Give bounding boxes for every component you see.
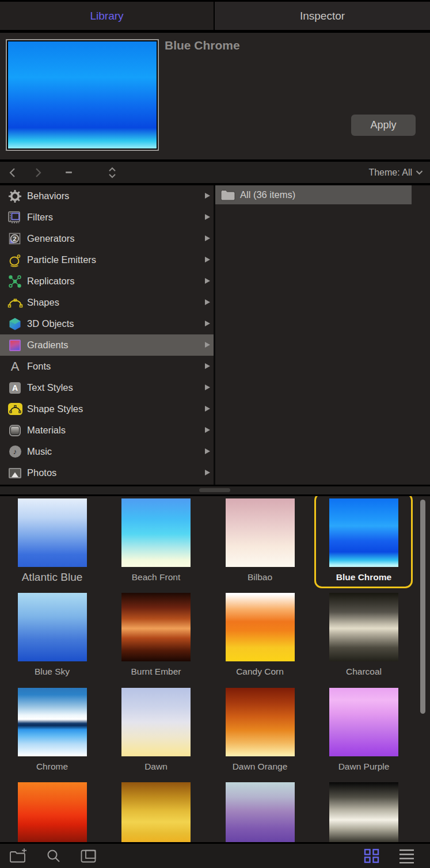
disclosure-triangle-icon[interactable] [205, 406, 210, 412]
disclosure-triangle-icon[interactable] [205, 193, 210, 199]
collection-panel: All (36 items) [215, 185, 430, 485]
list-view-icon[interactable] [399, 844, 414, 868]
sidebar-item-3d-objects[interactable]: 3D Objects [0, 313, 214, 334]
sidebar-item-shape-styles[interactable]: Shape Styles [0, 398, 214, 420]
gradient-label: Dawn Orange [208, 760, 312, 773]
sidebar-item-photos[interactable]: Photos [0, 462, 214, 484]
gradient-label: Burnt Ember [104, 665, 208, 678]
film-strip-icon [7, 211, 23, 224]
letter-a-icon: A [7, 361, 23, 372]
gradient-thumbnail[interactable] [226, 782, 295, 842]
disclosure-triangle-icon[interactable] [205, 321, 210, 326]
gradient-thumbnail[interactable] [18, 498, 87, 567]
tab-inspector[interactable]: Inspector [215, 2, 430, 30]
gradient-swatch-blue-sky[interactable]: Blue Sky [0, 593, 104, 678]
gradient-thumbnail[interactable] [121, 782, 191, 842]
gear-icon [7, 189, 23, 203]
gradient-swatch-beach-front[interactable]: Beach Front [104, 498, 208, 584]
sidebar-item-particle-emitters[interactable]: Particle Emitters [0, 249, 214, 271]
gradient-thumbnail[interactable] [329, 593, 398, 661]
disclosure-triangle-icon[interactable] [205, 384, 210, 390]
gradient-thumbnail[interactable] [121, 688, 191, 756]
gradient-swatch-bilbao[interactable]: Bilbao [208, 498, 312, 584]
gradient-thumbnail[interactable] [226, 593, 295, 661]
sidebar-item-label: Generators [27, 233, 75, 244]
gradient-swatch-unnamed-15[interactable] [312, 782, 416, 842]
sidebar-item-label: 3D Objects [27, 318, 74, 329]
gradient-thumbnail[interactable] [329, 782, 398, 842]
theme-pane-icon[interactable] [81, 844, 96, 868]
letter-a-box-icon: A [7, 382, 23, 394]
sidebar-item-label: Particle Emitters [27, 254, 96, 265]
sidebar-item-behaviors[interactable]: Behaviors [0, 185, 214, 207]
gradient-swatch-dawn[interactable]: Dawn [104, 688, 208, 773]
preview-thumbnail [6, 39, 159, 151]
gradient-thumbnail[interactable] [18, 593, 87, 661]
collection-all-row[interactable]: All (36 items) [215, 185, 412, 204]
sidebar-item-shapes[interactable]: Shapes [0, 292, 214, 313]
sidebar-item-text-styles[interactable]: AText Styles [0, 377, 214, 398]
forward-chevron-icon[interactable] [33, 162, 43, 183]
gradient-thumbnail[interactable] [226, 498, 295, 567]
theme-dropdown[interactable]: Theme: All [368, 162, 423, 183]
gradient-swatch-dawn-orange[interactable]: Dawn Orange [208, 688, 312, 773]
disclosure-triangle-icon[interactable] [205, 427, 210, 433]
gradient-swatch-blue-chrome[interactable]: Blue Chrome [312, 498, 416, 584]
gradient-swatch-dawn-purple[interactable]: Dawn Purple [312, 688, 416, 773]
sidebar-item-filters[interactable]: Filters [0, 207, 214, 228]
chevron-down-icon [416, 170, 423, 175]
disclosure-triangle-icon[interactable] [205, 214, 210, 220]
collection-all-label: All (36 items) [240, 189, 295, 200]
disclosure-triangle-icon[interactable] [205, 363, 210, 369]
back-chevron-icon[interactable] [8, 162, 17, 183]
bottom-toolbar [0, 844, 430, 868]
sidebar-item-label: Text Styles [27, 382, 73, 393]
sidebar-item-replicators[interactable]: Replicators [0, 271, 214, 292]
tab-bar: Library Inspector [0, 0, 430, 33]
disclosure-triangle-icon[interactable] [205, 342, 210, 348]
gradient-swatch-charcoal[interactable]: Charcoal [312, 593, 416, 678]
gradient-label: Atlantic Blue [0, 571, 104, 584]
sidebar-item-fonts[interactable]: AFonts [0, 356, 214, 377]
disclosure-triangle-icon[interactable] [205, 448, 210, 454]
music-note-icon: ♪ [7, 446, 23, 458]
splitter-drag-handle[interactable] [199, 488, 230, 492]
gradient-swatch-burnt-ember[interactable]: Burnt Ember [104, 593, 208, 678]
disclosure-triangle-icon[interactable] [205, 278, 210, 284]
search-icon[interactable] [46, 844, 61, 868]
disclosure-triangle-icon[interactable] [205, 299, 210, 305]
gradient-swatch-unnamed-14[interactable] [208, 782, 312, 842]
stepper-updown-icon[interactable] [108, 162, 116, 183]
disclosure-triangle-icon[interactable] [205, 235, 210, 241]
gradient-thumbnail[interactable] [121, 593, 191, 661]
grid-scrollbar[interactable] [420, 500, 425, 714]
gradient-swatch-atlantic-blue[interactable]: Atlantic Blue [0, 498, 104, 584]
sidebar-item-gradients[interactable]: Gradients [0, 334, 214, 356]
disclosure-triangle-icon[interactable] [205, 257, 210, 262]
dash-icon[interactable] [66, 162, 72, 183]
sidebar-item-label: Shape Styles [27, 403, 83, 414]
gradient-swatch-chrome[interactable]: Chrome [0, 688, 104, 773]
gradient-swatch-unnamed-12[interactable] [0, 782, 104, 842]
grid-view-icon[interactable] [364, 844, 379, 868]
gradient-thumbnail[interactable] [226, 688, 295, 756]
gradient-thumbnail[interactable] [18, 782, 87, 842]
gradient-thumbnail[interactable] [121, 498, 191, 567]
gradient-label: Dawn [104, 760, 208, 773]
sidebar-item-generators[interactable]: 2 Generators [0, 228, 214, 249]
disclosure-triangle-icon[interactable] [205, 470, 210, 475]
apply-button[interactable]: Apply [351, 115, 416, 136]
gradient-swatch-unnamed-13[interactable] [104, 782, 208, 842]
sidebar-item-materials[interactable]: Materials [0, 420, 214, 441]
sidebar-item-music[interactable]: ♪Music [0, 441, 214, 462]
gradient-thumbnail[interactable] [329, 688, 398, 756]
gradient-thumbnail[interactable] [18, 688, 87, 756]
material-sphere-icon [7, 425, 23, 436]
sidebar-item-label: Photos [27, 467, 56, 478]
tab-library[interactable]: Library [0, 2, 214, 30]
gradient-swatch-candy-corn[interactable]: Candy Corn [208, 593, 312, 678]
new-folder-icon[interactable] [9, 844, 27, 868]
gradient-label: Bilbao [208, 571, 312, 584]
replicator-icon [7, 275, 23, 288]
gradient-thumbnail[interactable] [329, 498, 398, 567]
